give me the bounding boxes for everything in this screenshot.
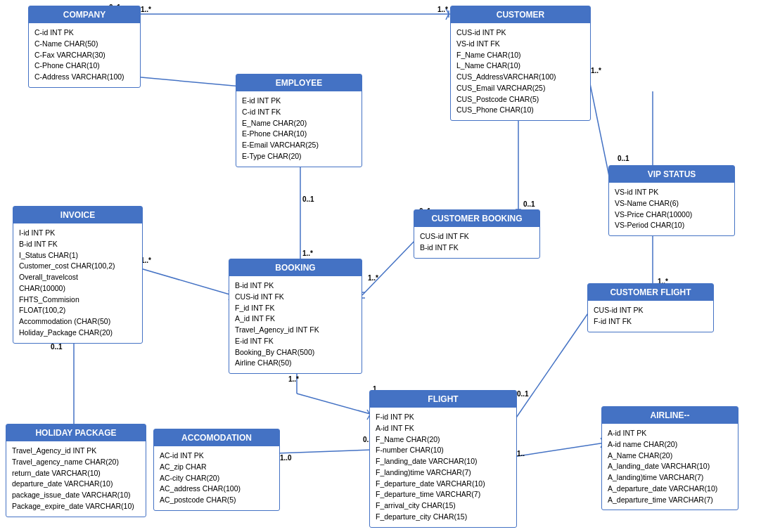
entity-accomodation: ACCOMODATION AC-id INT PK AC_zip CHAR AC… [153,429,280,511]
field: A_landing_date VARCHAR(10) [608,461,732,472]
entity-customer-flight-body: CUS-id INT PK F-id INT FK [588,301,713,332]
field: B-id INT PK [235,280,356,292]
field: A_departure_time VARCHAR(7) [608,495,732,506]
field: CUS-id INT FK [420,231,534,242]
svg-line-24 [276,450,373,453]
entity-customer-booking-header: CUSTOMER BOOKING [414,210,539,227]
card-booking-flight: 1..* [288,375,299,383]
svg-line-14 [136,267,232,295]
entity-holiday-package: HOLIDAY PACKAGE Travel_Agency_id INT PK … [6,424,146,517]
entity-flight-header: FLIGHT [370,391,516,408]
field: E_Name CHAR(20) [242,118,356,129]
entity-company-header: COMPANY [29,6,140,23]
field: Travel_Agency_id INT FK [235,325,356,336]
field: VS-Price CHAR(10000) [615,209,729,221]
field: AC-city CHAR(20) [160,473,274,484]
field: A-id name CHAR(20) [608,439,732,450]
field: return_date VARCHAR(10) [12,468,140,479]
card-employee-booking-2: 1..* [302,249,313,257]
card-invoice-holiday: 0..1 [51,343,63,351]
field: L_Name CHAR(10) [456,60,584,72]
field: FLOAT(100,2) [19,305,136,316]
field: Travel_Agency_id INT PK [12,446,140,457]
field: Travel_agency_name CHAR(20) [12,457,140,468]
card-customer-booking-2: 0..1 [523,200,535,208]
field: A_departure_date VARCHAR(10) [608,484,732,495]
field: A_id INT FK [235,313,356,325]
field: C-Phone CHAR(10) [34,60,134,72]
field: F_id INT FK [235,303,356,314]
entity-booking: BOOKING B-id INT PK CUS-id INT FK F_id I… [229,259,362,374]
entity-invoice-header: INVOICE [13,207,142,223]
field: C-id INT FK [242,107,356,118]
entity-flight: FLIGHT F-id INT PK A-id INT FK F_Name CH… [369,390,517,528]
entity-customer-header: CUSTOMER [451,6,590,23]
card-flight-airline: 1.. [517,450,525,458]
field: C-id INT PK [34,27,134,39]
field: A-id INT PK [608,428,732,439]
field: AC-id INT PK [160,450,274,462]
card-employee-booking-1: 0..1 [302,195,314,203]
entity-accomodation-header: ACCOMODATION [154,429,279,446]
svg-line-25 [513,309,591,422]
field: F_arrival_city CHAR(15) [376,500,511,512]
field: C-Address VARCHAR(100) [34,72,134,83]
field: CUS-id INT PK [594,305,708,316]
field: CUS_Postcode CHAR(5) [456,94,584,105]
entity-holiday-package-header: HOLIDAY PACKAGE [6,424,146,441]
entity-customer: CUSTOMER CUS-id INT PK VS-id INT FK F_Na… [450,6,591,121]
field: CUS_Email VARCHAR(25) [456,83,584,94]
entity-holiday-package-body: Travel_Agency_id INT PK Travel_agency_na… [6,441,146,517]
card-company-customer-2: 1..* [437,6,448,13]
entity-customer-booking-body: CUS-id INT FK B-id INT FK [414,227,539,258]
field: C-Fax VARCHAR(30) [34,50,134,61]
card-accom-flight-1: 1..0 [280,454,292,462]
field: F_landing_date VARCHAR(10) [376,456,511,467]
entity-invoice-body: I-id INT PK B-id INT FK I_Status CHAR(1)… [13,223,142,343]
field: Booking_By CHAR(500) [235,347,356,358]
field: A_Name CHAR(20) [608,450,732,462]
field: package_issue_date VARCHAR(10) [12,490,140,501]
entity-customer-flight-header: CUSTOMER FLIGHT [588,284,713,301]
entity-company: COMPANY C-id INT PK C-Name CHAR(50) C-Fa… [28,6,141,88]
entity-customer-body: CUS-id INT PK VS-id INT FK F_Name CHAR(1… [451,23,590,120]
field: F_departure_time VARCHAR(7) [376,489,511,500]
field: Overall_travelcost [19,272,136,283]
entity-vip-status-body: VS-id INT PK VS-Name CHAR(6) VS-Price CH… [609,183,734,235]
field: C-Name CHAR(50) [34,39,134,50]
field: VS-Period CHAR(10) [615,220,729,231]
entity-airline: AIRLINE-- A-id INT PK A-id name CHAR(20)… [601,406,738,510]
field: Customer_cost CHAR(100,2) [19,261,136,272]
card-customer-vip-1: 1..* [591,67,601,74]
field: E-Email VARCHAR(25) [242,140,356,151]
entity-booking-header: BOOKING [229,259,362,276]
field: E-Phone CHAR(10) [242,129,356,140]
field: VS-id INT FK [456,39,584,50]
field: departure_date VARCHAR(10) [12,479,140,490]
entity-flight-body: F-id INT PK A-id INT FK F_Name CHAR(20) … [370,408,516,527]
svg-line-20 [297,394,373,415]
entity-invoice: INVOICE I-id INT PK B-id INT FK I_Status… [13,206,143,344]
field: F_departure_city CHAR(15) [376,512,511,523]
field: AC_zip CHAR [160,462,274,473]
field: F_landing)time VARCHAR(7) [376,467,511,479]
field: FHTS_Commision [19,294,136,306]
entity-customer-booking: CUSTOMER BOOKING CUS-id INT FK B-id INT … [414,209,540,259]
entity-employee-body: E-id INT PK C-id INT FK E_Name CHAR(20) … [236,91,362,167]
field: E-Type CHAR(20) [242,151,356,162]
field: Package_expire_date VARCHAR(10) [12,501,140,512]
field: CUS-id INT PK [456,27,584,39]
svg-line-5 [446,14,449,20]
field: E-id INT PK [242,96,356,107]
card-customer-vip-2: 0..1 [618,155,629,162]
field: AC_postcode CHAR(5) [160,495,274,506]
field: VS-Name CHAR(6) [615,198,729,209]
field: Accommodation (CHAR(50) [19,316,136,327]
entity-vip-status-header: VIP STATUS [609,166,734,183]
field: I-id INT PK [19,228,136,239]
field: F-id INT FK [594,316,708,327]
field: F-number CHAR(10) [376,445,511,456]
field: Holiday_Package CHAR(20) [19,327,136,339]
entity-airline-header: AIRLINE-- [602,407,738,424]
field: B-id INT FK [19,239,136,250]
